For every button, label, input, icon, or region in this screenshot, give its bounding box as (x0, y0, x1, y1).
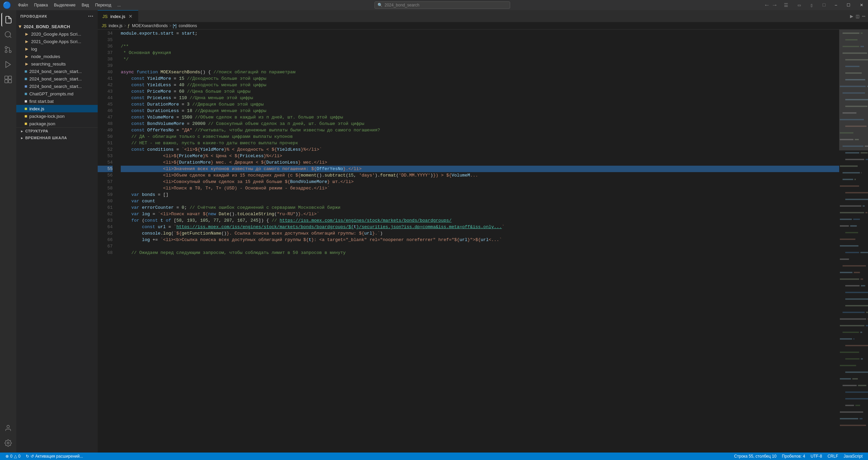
breadcrumb-conditions[interactable]: [•] conditions (173, 23, 197, 28)
sidebar-item-log[interactable]: ► log (16, 45, 98, 53)
panel-layout-icon[interactable]: ▯ (808, 1, 815, 10)
menu-more[interactable]: ... (115, 2, 123, 8)
tabs-bar: JS index.js ✕ ▶ ◫ ⋯ (98, 10, 868, 22)
spaces-text: Пробелов: 4 (782, 454, 805, 459)
maximize-button[interactable]: ☐ (845, 2, 852, 8)
nav-back-icon[interactable]: ← (764, 0, 770, 10)
svg-rect-8 (8, 76, 12, 79)
split-editor-icon[interactable]: ◫ (856, 13, 860, 20)
tab-close-button[interactable]: ✕ (128, 13, 133, 20)
sidebar-item-2024start1[interactable]: ■ 2024_bond_search_start... (16, 68, 98, 75)
title-search-area: 🔍 2024_bond_search (128, 1, 757, 9)
minimize-button[interactable]: – (833, 2, 839, 8)
sidebar-item-package[interactable]: ■ package.json (16, 120, 98, 127)
status-line-ending[interactable]: CRLF (825, 453, 841, 460)
breadcrumb-moex[interactable]: ƒ MOEXsearchBonds (128, 23, 168, 28)
activity-account[interactable] (1, 421, 15, 435)
svg-point-0 (5, 32, 11, 37)
sidebar-label: 2024_bond_search_start... (29, 69, 82, 74)
error-icon: ⊗ (5, 454, 9, 459)
sidebar-item-node-modules[interactable]: ► node_modules (16, 53, 98, 60)
sidebar-item-package-lock[interactable]: ■ package-lock.json (16, 112, 98, 120)
activity-extensions[interactable] (1, 73, 15, 86)
menu-file[interactable]: Файл (15, 2, 31, 8)
sidebar-label: index.js (29, 106, 44, 111)
titlebar: 🔵 Файл Правка Выделение Вид Переход ... … (0, 0, 868, 10)
breadcrumb-sep-2: > (169, 23, 171, 28)
sidebar-item-indexjs[interactable]: ■ index.js (16, 105, 98, 112)
svg-rect-9 (5, 80, 8, 83)
svg-point-2 (9, 51, 11, 53)
status-language[interactable]: JavaScript (841, 453, 865, 460)
sidebar-item-chatgpt[interactable]: ■ ChatGPT_prompts.md (16, 90, 98, 97)
activity-search[interactable] (1, 28, 15, 41)
line-numbers: 34 35 36 37 38 39 40 41 42 43 44 45 46 4… (98, 30, 115, 453)
warning-count-text: 0 (18, 454, 21, 459)
chevron-icon: ► (20, 136, 24, 140)
error-count-text: 0 (10, 454, 13, 459)
search-icon: 🔍 (378, 3, 383, 7)
sidebar-item-2021[interactable]: ► 2021_Google Apps Scri... (16, 38, 98, 45)
nav-forward-icon[interactable]: → (771, 0, 778, 10)
status-bar: ⊗ 0 △ 0 ↻ ↺ Активация расширений... Стро… (0, 453, 868, 460)
activity-git[interactable] (1, 43, 15, 56)
breadcrumb-sep-1: > (124, 23, 126, 28)
language-text: JavaScript (844, 454, 863, 459)
menu-selection[interactable]: Выделение (51, 2, 78, 8)
more-actions-icon[interactable]: ⋯ (862, 13, 865, 20)
activity-bar (0, 10, 16, 453)
activity-settings[interactable] (1, 436, 15, 450)
sidebar-toggle-icon[interactable]: ☰ (782, 1, 790, 10)
sidebar-more-icon[interactable]: ⋯ (88, 13, 94, 19)
sidebar-label: ChatGPT_prompts.md (29, 91, 73, 96)
menu-view[interactable]: Вид (79, 2, 92, 8)
svg-point-4 (5, 51, 7, 53)
sidebar-item-2020[interactable]: ► 2020_Google Apps Scri... (16, 30, 98, 38)
menu-edit[interactable]: Правка (32, 2, 51, 8)
sidebar-label: 2021_Google Apps Scri... (31, 39, 81, 44)
status-position[interactable]: Строка 55, столбец 10 (731, 453, 779, 460)
section-struktura[interactable]: ► СТРУКТУРА (16, 128, 98, 134)
search-text: 2024_bond_search (385, 3, 420, 7)
sidebar-root-folder[interactable]: ▼ 2024_BOND_SEARCH (16, 23, 98, 30)
layout-icon[interactable]: □ (821, 1, 827, 9)
svg-rect-7 (5, 76, 8, 79)
encoding-text: UTF-8 (811, 454, 822, 459)
code-editor: 34 35 36 37 38 39 40 41 42 43 44 45 46 4… (98, 30, 868, 453)
window-controls: ☰ ▭ ▯ □ – ☐ ✕ (782, 1, 865, 10)
title-search-box[interactable]: 🔍 2024_bond_search (374, 1, 510, 9)
svg-point-12 (7, 442, 9, 444)
sidebar-item-firststartbat[interactable]: ■ first start.bat (16, 97, 98, 105)
close-button[interactable]: ✕ (858, 2, 865, 8)
activation-text: ↺ Активация расширений... (31, 454, 83, 459)
sidebar-label: node_modules (31, 54, 60, 59)
sidebar-item-searching-results[interactable]: ► searching_results (16, 60, 98, 68)
sidebar-item-2024start2[interactable]: ■ 2024_bond_search_start... (16, 75, 98, 82)
section-timeline[interactable]: ► ВРЕМЕННАЯ ШКАЛА (16, 134, 98, 141)
sidebar-label: searching_results (31, 61, 66, 67)
status-errors[interactable]: ⊗ 0 △ 0 (3, 453, 23, 460)
sidebar-label: 2024_bond_search_start... (29, 76, 82, 81)
breadcrumb-indexjs[interactable]: JS index.js (102, 23, 122, 28)
code-editor-content[interactable]: module.exports.start = start; /** * Осно… (115, 30, 839, 453)
status-encoding[interactable]: UTF-8 (808, 453, 825, 460)
status-spaces[interactable]: Пробелов: 4 (779, 453, 808, 460)
line-ending-text: CRLF (828, 454, 838, 459)
editor-layout-icon[interactable]: ▭ (796, 1, 803, 10)
tab-label: index.js (110, 14, 125, 19)
main-content: ПРОВОДНИК ⋯ ▼ 2024_BOND_SEARCH ► 2020_Go… (0, 10, 868, 453)
tab-indexjs[interactable]: JS index.js ✕ (98, 10, 138, 22)
activity-debug[interactable] (1, 58, 15, 71)
menu-bar: Файл Правка Выделение Вид Переход ... (15, 2, 123, 8)
sidebar: ПРОВОДНИК ⋯ ▼ 2024_BOND_SEARCH ► 2020_Go… (16, 10, 98, 453)
sidebar-item-2024start3[interactable]: ■ 2024_bond_search_start... (16, 82, 98, 90)
sidebar-footer: ► СТРУКТУРА ► ВРЕМЕННАЯ ШКАЛА (16, 127, 98, 141)
editor-area: JS index.js ✕ ▶ ◫ ⋯ JS index.js > ƒ MOEX… (98, 10, 868, 453)
spin-icon: ↻ (26, 454, 29, 459)
menu-goto[interactable]: Переход (92, 2, 114, 8)
svg-point-11 (7, 425, 9, 428)
activity-explorer[interactable] (1, 13, 15, 26)
run-icon[interactable]: ▶ (850, 13, 853, 20)
status-activation[interactable]: ↻ ↺ Активация расширений... (23, 453, 85, 460)
warning-icon: △ (14, 454, 17, 459)
